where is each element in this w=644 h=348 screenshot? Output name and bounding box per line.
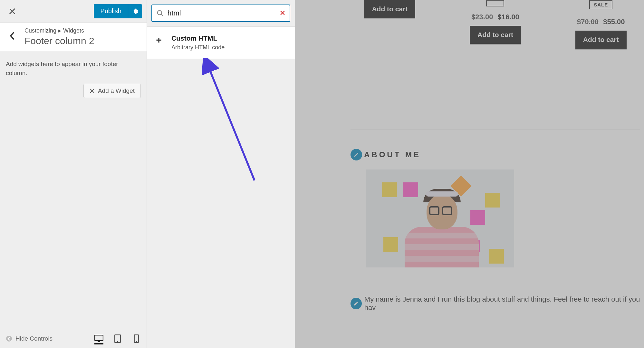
sticky-note-icon (382, 182, 397, 197)
svg-point-4 (6, 336, 12, 342)
products-row: Add to cart $23.00 $16.00 Add to cart SA… (347, 0, 644, 49)
breadcrumb: Customizing ▸ Widgets (24, 27, 94, 34)
device-desktop-button[interactable] (94, 335, 103, 344)
sticky-note-icon (470, 210, 485, 225)
hide-controls-label: Hide Controls (15, 335, 53, 342)
about-heading-row: ABOUT ME (351, 149, 644, 160)
customizer-panel: Publish Customizing ▸ Widgets Footer col… (0, 0, 147, 348)
sticky-note-icon (485, 193, 500, 208)
clear-search-button[interactable] (280, 9, 285, 17)
tablet-icon (114, 334, 121, 343)
publish-button[interactable]: Publish (94, 4, 128, 18)
collapse-icon (6, 335, 12, 342)
mobile-icon (134, 334, 139, 343)
customizer-footer-bar: Hide Controls (0, 329, 147, 348)
product-card: Add to cart (347, 0, 433, 18)
sale-badge-placeholder (486, 0, 504, 6)
svg-rect-5 (95, 335, 103, 341)
device-tablet-button[interactable] (113, 334, 122, 343)
breadcrumb-root: Customizing (24, 27, 56, 34)
add-widget-button[interactable]: Add a Widget (83, 84, 141, 98)
add-to-cart-button[interactable]: Add to cart (575, 31, 627, 49)
price-new: $55.00 (603, 18, 625, 26)
breadcrumb-separator: ▸ (58, 27, 61, 34)
svg-point-8 (117, 341, 118, 342)
hide-controls-button[interactable]: Hide Controls (6, 335, 53, 342)
back-button[interactable] (6, 31, 19, 43)
panel-description: Add widgets here to appear in your foote… (0, 51, 147, 84)
sale-badge: SALE (589, 0, 612, 9)
sticky-note-icon (383, 237, 398, 252)
plus-icon: + (154, 34, 164, 51)
widget-result-description: Arbitrary HTML code. (171, 44, 226, 51)
about-image (366, 169, 514, 267)
svg-point-11 (158, 11, 162, 15)
person-illustration (411, 186, 472, 267)
about-text: My name is Jenna and I run this blog abo… (364, 295, 644, 312)
product-price: $23.00 $16.00 (471, 13, 519, 21)
widget-result-custom-html[interactable]: + Custom HTML Arbitrary HTML code. (147, 26, 295, 59)
price-new: $16.00 (498, 13, 519, 21)
product-card: SALE $70.00 $55.00 Add to cart (558, 0, 644, 49)
price-old: $70.00 (577, 18, 599, 26)
close-icon (280, 10, 285, 15)
add-to-cart-button[interactable]: Add to cart (364, 0, 415, 18)
about-text-row: My name is Jenna and I run this blog abo… (351, 295, 644, 312)
svg-line-12 (161, 14, 163, 16)
widget-search-input[interactable] (168, 9, 276, 17)
widget-result-text: Custom HTML Arbitrary HTML code. (171, 34, 226, 51)
gear-icon (132, 8, 139, 15)
add-widget-label: Add a Widget (98, 87, 135, 94)
edit-shortcut-button[interactable] (351, 298, 362, 309)
product-price: $70.00 $55.00 (577, 18, 625, 26)
edit-shortcut-button[interactable] (351, 149, 362, 160)
publish-group: Publish (94, 4, 142, 18)
close-icon (9, 8, 16, 15)
customizer-breadcrumb-row: Customizing ▸ Widgets Footer column 2 (0, 23, 147, 51)
widget-picker-panel: + Custom HTML Arbitrary HTML code. (147, 0, 295, 348)
chevron-left-icon (9, 31, 15, 40)
add-to-cart-button[interactable]: Add to cart (470, 26, 521, 44)
pencil-icon (353, 301, 359, 306)
close-icon (90, 88, 95, 93)
breadcrumb-block: Customizing ▸ Widgets Footer column 2 (24, 27, 94, 46)
product-card: $23.00 $16.00 Add to cart (452, 0, 539, 44)
search-icon (157, 10, 164, 17)
widget-result-title: Custom HTML (171, 34, 226, 42)
publish-settings-button[interactable] (128, 4, 142, 18)
about-heading: ABOUT ME (364, 150, 421, 159)
sticky-note-icon (489, 249, 504, 264)
device-mobile-button[interactable] (132, 334, 141, 343)
svg-point-10 (136, 341, 137, 342)
svg-rect-6 (98, 341, 100, 342)
about-section: ABOUT ME (347, 149, 644, 312)
price-old: $23.00 (471, 13, 493, 21)
site-preview: Add to cart $23.00 $16.00 Add to cart SA… (295, 0, 644, 348)
customizer-header: Publish (0, 0, 147, 23)
section-divider (351, 129, 640, 130)
desktop-icon (94, 335, 103, 343)
widget-search-box (151, 5, 290, 22)
breadcrumb-section: Widgets (63, 27, 84, 34)
panel-title: Footer column 2 (24, 35, 94, 46)
close-customizer-button[interactable] (5, 4, 20, 19)
device-switcher (94, 334, 141, 343)
pencil-icon (354, 152, 359, 157)
